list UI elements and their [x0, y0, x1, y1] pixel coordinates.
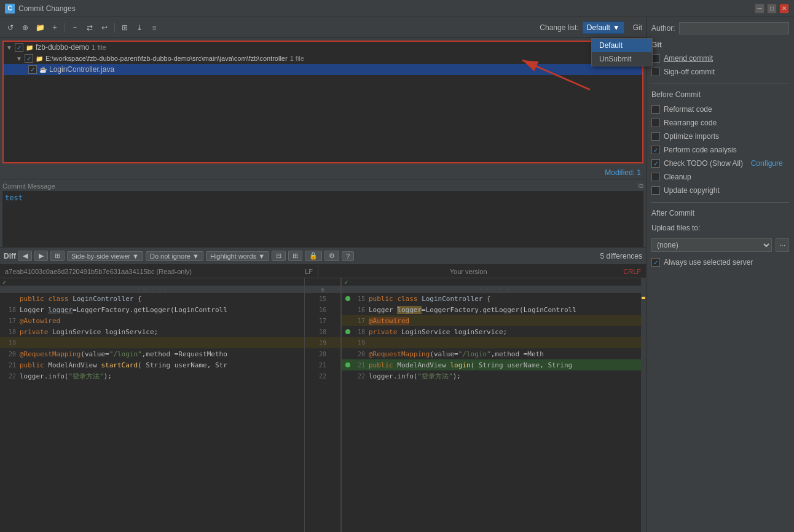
- amend-commit-row: Amend commit: [651, 54, 789, 63]
- next-diff-button[interactable]: ▶: [34, 251, 48, 261]
- upload-select[interactable]: (none): [651, 238, 772, 252]
- author-input[interactable]: [679, 22, 789, 34]
- upper-section: ▼ 📁 fzb-dubbo-demo 1 file ▼ 📁 E:\workspa…: [0, 38, 646, 247]
- move-button[interactable]: ⇄: [83, 21, 96, 34]
- dropdown-arrow: ▼: [613, 23, 620, 32]
- diff-line-right-3: 18 private LoginService loginService;: [342, 326, 646, 337]
- tree-item-2[interactable]: ☕ LoginController.java: [4, 64, 642, 75]
- gear-btn[interactable]: ⚙: [324, 251, 339, 261]
- jump-button[interactable]: ⤓: [133, 21, 146, 34]
- upload-more-button[interactable]: ···: [776, 238, 789, 252]
- left-panel: ↺ ⊕ 📁 ＋ － ⇄ ↩ ⊞ ⤓ ≡ Change list: Default…: [0, 17, 647, 532]
- changelist-dropdown[interactable]: Default ▼: [583, 22, 624, 34]
- diff-linenum-right-2: 17: [352, 318, 369, 324]
- commit-message-label: Commit Message ⧉: [2, 182, 643, 190]
- configure-link[interactable]: Configure: [751, 159, 783, 168]
- layout-btn-2[interactable]: ⊞: [288, 251, 302, 261]
- dropdown-item-unsubmit[interactable]: UnSubmit: [592, 52, 652, 66]
- tree-check-2[interactable]: [28, 65, 37, 74]
- left-file-label: a7eab41003c0ae8d3720491b5b7e631aa34115bc…: [0, 268, 300, 275]
- tree-check-1[interactable]: [25, 54, 33, 63]
- window-controls: ─ □ ✕: [755, 4, 789, 14]
- tree-label-2: LoginController.java: [49, 65, 114, 74]
- diff-settings-button[interactable]: ⊞: [50, 251, 65, 261]
- changelist-label: Change list:: [540, 23, 578, 32]
- tree-item-0[interactable]: ▼ 📁 fzb-dubbo-demo 1 file: [4, 42, 642, 53]
- rearrange-label: Rearrange code: [664, 119, 717, 127]
- diff-line-left-7: 22 logger.info("登录方法");: [0, 370, 304, 381]
- always-server-label: Always use selected server: [664, 258, 753, 267]
- tree-count-0: 1 file: [92, 44, 106, 51]
- tree-check-0[interactable]: [15, 43, 23, 52]
- upload-label: Upload files to:: [651, 224, 789, 232]
- optimize-checkbox[interactable]: [651, 132, 660, 141]
- diff-line-left-0: public class LoginController {: [0, 293, 304, 304]
- always-server-checkbox[interactable]: [651, 258, 660, 267]
- prev-diff-button[interactable]: ◀: [18, 251, 32, 261]
- toolbar: ↺ ⊕ 📁 ＋ － ⇄ ↩ ⊞ ⤓ ≡ Change list: Default…: [0, 17, 646, 38]
- folder-icon-0: 📁: [26, 44, 33, 51]
- copy-icon[interactable]: ⧉: [639, 182, 643, 190]
- perform-checkbox[interactable]: [651, 146, 660, 154]
- diff-line-right-5: 20 @RequestMapping(value="/login",method…: [342, 348, 646, 359]
- cleanup-row: Cleanup: [651, 173, 789, 181]
- refresh-button[interactable]: ↺: [4, 21, 17, 34]
- git-section-label: Git: [651, 41, 789, 49]
- always-server-row: Always use selected server: [651, 258, 789, 267]
- remove-button[interactable]: －: [68, 21, 82, 34]
- diff-linenum-left-7: 22: [2, 373, 20, 380]
- settings-button[interactable]: ≡: [147, 21, 161, 34]
- diff-line-left-6: 21 public ModelAndView startCard( String…: [0, 359, 304, 370]
- diff-pane-left[interactable]: ✓ · · · · · public class LoginController…: [0, 278, 304, 532]
- close-button[interactable]: ✕: [779, 4, 789, 14]
- diff-button[interactable]: ⊞: [118, 21, 132, 34]
- perform-row: Perform code analysis: [651, 146, 789, 154]
- optimize-row: Optimize imports: [651, 132, 789, 141]
- scrollbar-marker: [642, 297, 645, 299]
- diff-linenum-left-5: 20: [2, 351, 20, 358]
- amend-commit-checkbox[interactable]: [651, 54, 660, 63]
- expand-button[interactable]: ⊕: [18, 21, 32, 34]
- dropdown-item-default[interactable]: Default: [592, 39, 652, 52]
- diff-linenum-left-3: 18: [2, 329, 20, 335]
- diff-linenum-right-7: 22: [352, 373, 369, 380]
- help-btn[interactable]: ?: [342, 251, 354, 261]
- lock-btn[interactable]: 🔒: [305, 251, 322, 261]
- update-copyright-checkbox[interactable]: [651, 186, 660, 195]
- diff-scrollbar[interactable]: [641, 278, 646, 532]
- diff-dot-3: [345, 329, 350, 334]
- cleanup-checkbox[interactable]: [651, 173, 660, 181]
- maximize-button[interactable]: □: [767, 4, 777, 14]
- minimize-button[interactable]: ─: [755, 4, 765, 14]
- folder-button[interactable]: 📁: [33, 21, 47, 34]
- rearrange-checkbox[interactable]: [651, 119, 660, 127]
- author-row: Author:: [651, 22, 789, 34]
- after-commit-header: After Commit: [651, 209, 789, 217]
- ignore-dropdown[interactable]: Do not ignore ▼: [146, 251, 203, 261]
- changelist-value: Default: [587, 23, 610, 32]
- reformat-checkbox[interactable]: [651, 105, 660, 114]
- layout-btn-1[interactable]: ⊟: [272, 251, 286, 261]
- diff-line-right-4: 19: [342, 337, 646, 348]
- diff-line-right-0: 15 public class LoginController {: [342, 293, 646, 304]
- diff-linenum-right-5: 20: [352, 351, 369, 358]
- revert-button[interactable]: ↩: [98, 21, 111, 34]
- update-copyright-row: Update copyright: [651, 186, 789, 195]
- diff-pane-right[interactable]: ✓ · · · · · 15 public class LoginControl…: [341, 278, 646, 532]
- before-commit-header: Before Commit: [651, 90, 789, 99]
- diff-linenum-left-4: 19: [2, 340, 20, 346]
- signoff-commit-label: Sign-off commit: [664, 68, 715, 76]
- title-bar: C Commit Changes ─ □ ✕: [0, 0, 794, 17]
- tree-item-1[interactable]: ▼ 📁 E:\workspace\fzb-dubbo-parent\fzb-du…: [4, 53, 642, 64]
- app-icon: C: [5, 4, 15, 14]
- highlight-dropdown[interactable]: Highlight words ▼: [206, 251, 269, 261]
- diff-line-right-7: 22 logger.info("登录方法");: [342, 370, 646, 381]
- signoff-commit-checkbox[interactable]: [651, 68, 660, 76]
- diff-line-left-2: 17 @Autowired: [0, 315, 304, 326]
- reformat-row: Reformat code: [651, 105, 789, 114]
- add-button[interactable]: ＋: [48, 21, 61, 34]
- checktodo-checkbox[interactable]: [651, 159, 660, 168]
- diff-section: Diff ◀ ▶ ⊞ Side-by-side viewer ▼ Do not …: [0, 247, 646, 532]
- changelist-menu: Default UnSubmit: [591, 38, 653, 66]
- viewer-dropdown[interactable]: Side-by-side viewer ▼: [67, 251, 143, 261]
